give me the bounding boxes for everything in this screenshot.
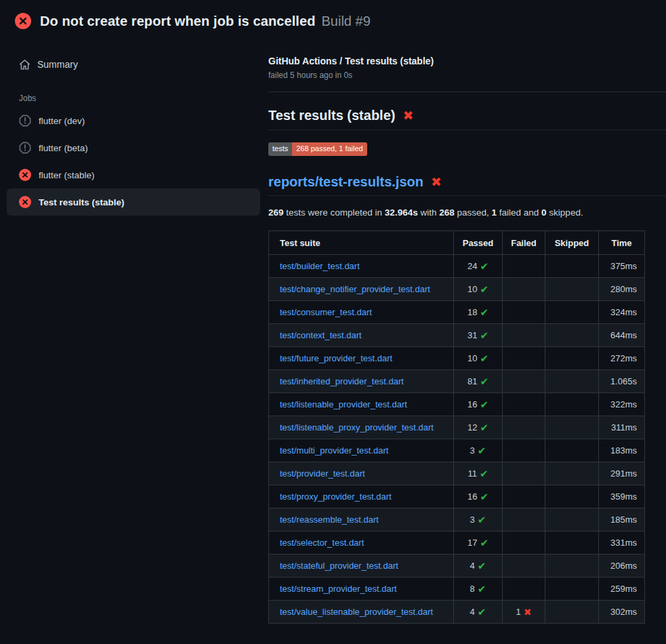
check-icon: ✔ [480,330,488,340]
sidebar-item-test-results-stable[interactable]: Test results (stable) [7,188,260,216]
check-icon: ✔ [480,376,488,386]
summary-fragment: tests were completed in [284,207,385,218]
test-suite-link[interactable]: test/inherited_provider_test.dart [280,376,404,386]
summary-fragment: with [418,207,440,218]
check-icon: ✔ [480,261,488,271]
table-row: test/value_listenable_provider_test.dart… [269,601,645,624]
passed-cell-value: 17 [467,538,477,548]
col-passed: Passed [454,231,503,255]
divider [268,92,666,92]
report-title: reports/test-results.json ✖ [268,174,666,196]
passed-cell: 10✔ [454,278,503,301]
skipped-cell [545,301,599,324]
test-suite-link[interactable]: test/change_notifier_provider_test.dart [280,284,430,294]
table-row: test/listenable_proxy_provider_test.dart… [269,416,645,439]
test-suite-link[interactable]: test/listenable_proxy_provider_test.dart [280,422,434,432]
skipped-cell [545,324,599,347]
test-suite-link[interactable]: test/selector_test.dart [280,538,364,548]
run-title: Do not create report when job is cancell… [40,14,316,28]
test-suite-link[interactable]: test/stream_provider_test.dart [280,584,397,594]
passed-cell: 24✔ [454,255,503,278]
job-label: Test results (stable) [39,197,125,207]
table-row: test/change_notifier_provider_test.dart1… [269,278,645,301]
failed-cell [503,531,545,555]
sidebar-item-flutter-stable[interactable]: flutter (stable) [7,161,260,188]
table-row: test/stateful_provider_test.dart4✔206ms [269,555,645,578]
test-suite-cell: test/listenable_proxy_provider_test.dart [269,416,454,439]
failed-cell [503,347,545,370]
section-title: Test results (stable) ✖ [268,108,666,130]
test-suite-link[interactable]: test/future_provider_test.dart [280,353,392,363]
summary-fragment: 268 [439,207,455,218]
run-meta: failed 5 hours ago in 0s [268,71,666,80]
passed-cell-value: 31 [467,330,477,340]
time-cell: 375ms [599,255,645,278]
check-icon: ✔ [480,284,488,294]
passed-cell: 8✔ [454,578,503,601]
check-icon: ✔ [478,515,486,525]
failed-icon [19,196,31,208]
passed-cell: 31✔ [454,324,503,347]
passed-cell-value: 24 [467,261,477,271]
time-cell: 259ms [599,578,645,601]
test-suite-link[interactable]: test/consumer_test.dart [280,307,372,317]
failed-x-icon: ✖ [431,176,442,188]
passed-cell: 3✔ [454,508,503,531]
col-failed: Failed [503,231,545,255]
passed-cell-value: 12 [467,422,477,432]
time-cell: 322ms [599,393,645,416]
test-suite-link[interactable]: test/context_test.dart [280,330,362,340]
table-row: test/builder_test.dart24✔375ms [269,255,645,278]
summary-line: 269 tests were completed in 32.964s with… [268,207,666,218]
sidebar-item-flutter-dev[interactable]: flutter (dev) [7,107,260,134]
passed-cell: 4✔ [454,601,503,624]
test-suite-link[interactable]: test/stateful_provider_test.dart [280,561,398,571]
cancelled-icon [19,115,31,127]
skipped-cell [545,531,599,555]
jobs-list: flutter (dev)flutter (beta)flutter (stab… [7,107,260,216]
failed-cell [503,278,545,301]
skipped-cell [545,255,599,278]
jobs-section-label: Jobs [19,94,260,103]
test-suite-cell: test/listenable_provider_test.dart [269,393,454,416]
table-body: test/builder_test.dart24✔375mstest/chang… [269,255,645,624]
failed-cell [503,439,545,462]
time-cell: 185ms [599,508,645,531]
table-row: test/multi_provider_test.dart3✔183ms [269,439,645,462]
test-suite-link[interactable]: test/reassemble_test.dart [280,515,379,525]
breadcrumb: GitHub Actions / Test results (stable) [268,56,666,66]
check-icon: ✔ [480,399,488,409]
test-suite-link[interactable]: test/multi_provider_test.dart [280,445,388,456]
col-test-suite: Test suite [269,231,454,255]
check-icon: ✔ [480,307,488,317]
failed-cell [503,324,545,347]
passed-cell-value: 16 [467,491,477,502]
test-suite-link[interactable]: test/listenable_provider_test.dart [280,399,407,409]
check-icon: ✔ [480,422,488,432]
sidebar-item-flutter-beta[interactable]: flutter (beta) [7,134,260,161]
test-suite-link[interactable]: test/proxy_provider_test.dart [280,491,392,502]
test-suite-cell: test/proxy_provider_test.dart [269,485,454,508]
report-panel: GitHub Actions / Test results (stable) f… [268,38,666,624]
sidebar-item-summary[interactable]: Summary [7,53,260,76]
report-file-link[interactable]: reports/test-results.json [268,174,423,190]
time-cell: 324ms [599,301,645,324]
sidebar-summary-label: Summary [37,59,78,70]
check-icon: ✔ [478,584,486,594]
skipped-cell [545,370,599,393]
skipped-cell [545,347,599,370]
job-label: flutter (dev) [39,116,85,126]
section-title-text: Test results (stable) [268,108,395,123]
summary-fragment: 32.964s [385,207,418,218]
summary-fragment: 1 [492,207,497,218]
skipped-cell [545,578,599,601]
test-suite-link[interactable]: test/provider_test.dart [280,468,365,479]
test-suite-link[interactable]: test/builder_test.dart [280,261,360,271]
test-suite-link[interactable]: test/value_listenable_provider_test.dart [280,607,433,617]
test-suite-cell: test/multi_provider_test.dart [269,439,454,462]
passed-cell: 12✔ [454,416,503,439]
table-row: test/future_provider_test.dart10✔272ms [269,347,645,370]
test-suite-cell: test/context_test.dart [269,324,454,347]
skipped-cell [545,439,599,462]
x-icon: ✖ [524,607,532,617]
